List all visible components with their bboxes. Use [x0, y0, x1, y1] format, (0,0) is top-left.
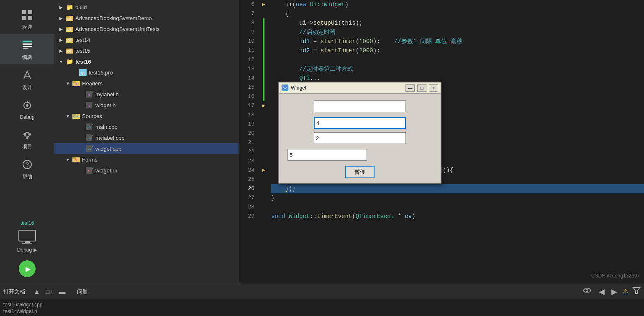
svg-rect-20 [19, 230, 36, 241]
dialog-input-top[interactable] [314, 100, 406, 112]
tree-item-forms[interactable]: ▼ ✎ Forms [54, 154, 238, 165]
minus-icon[interactable]: ▬ [57, 287, 67, 296]
next-button[interactable]: ▶ [610, 287, 619, 296]
svg-marker-41 [92, 91, 93, 92]
svg-text:Qt: Qt [67, 39, 71, 42]
qt-folder-icon-ads-tests: Qt [65, 25, 74, 33]
open-doc-label[interactable]: 打开文档 [3, 288, 25, 295]
up-icon[interactable]: ▲ [32, 287, 42, 296]
tree-item-headers[interactable]: ▼ h Headers [54, 78, 238, 89]
svg-rect-2 [22, 16, 26, 20]
cpp-file-icon-widget: C++ [85, 144, 94, 153]
tree-arrow-widget-h [78, 102, 85, 108]
design-icon [20, 68, 35, 83]
file-tree-panel: ▶ 📁 build ▶ Qt AdvancedDockingSystemDemo… [54, 0, 239, 283]
tree-item-build[interactable]: ▶ 📁 build [54, 2, 238, 13]
svg-marker-53 [92, 134, 93, 136]
sidebar-arrow-right[interactable]: ▶ [33, 247, 37, 253]
tree-label-test16-pro: test16.pro [89, 69, 113, 76]
bottom-bar-icons: ▲ □+ ▬ [32, 287, 67, 296]
svg-rect-0 [22, 10, 26, 14]
sidebar-item-label-project: 项目 [22, 143, 32, 150]
dialog-pause-button[interactable]: 暂停 [345, 166, 375, 178]
add-icon[interactable]: □+ [44, 288, 55, 296]
tree-item-sources[interactable]: ▼ C++ Sources [54, 110, 238, 121]
tree-label-forms: Forms [82, 157, 97, 163]
svg-text:W: W [283, 86, 287, 90]
svg-point-66 [584, 289, 587, 292]
tree-item-mylabel-cpp[interactable]: C++ mylabel.cpp [54, 132, 238, 143]
h-file-icon-widget: h [85, 101, 94, 109]
tree-item-test15[interactable]: ▶ Qt test15 [54, 45, 238, 56]
svg-text:Qt: Qt [81, 72, 85, 75]
svg-text:Qt: Qt [67, 49, 71, 53]
tree-label-mylabel-cpp: mylabel.cpp [95, 135, 124, 141]
svg-text:C++: C++ [86, 137, 91, 140]
svg-text:✎: ✎ [87, 170, 90, 172]
code-line-12 [271, 55, 644, 64]
dialog-titlebar: W Widget — □ × [279, 82, 441, 94]
tree-item-test16-pro[interactable]: Qt test16.pro [54, 67, 238, 78]
svg-rect-4 [23, 41, 32, 42]
ui-file-icon: ✎ [85, 166, 94, 175]
dialog-app-icon: W [282, 85, 288, 91]
tree-item-test14[interactable]: ▶ Qt test14 [54, 34, 238, 45]
tree-item-test16[interactable]: ▼ 📁 test16 [54, 56, 238, 67]
help-icon: ? [20, 157, 35, 172]
prev-button[interactable]: ◀ [597, 287, 606, 296]
tree-item-mylabel-h[interactable]: h mylabel.h [54, 89, 238, 100]
tree-label-ads-tests: AdvancedDockingSystemUnitTests [75, 26, 160, 32]
svg-point-11 [26, 104, 28, 107]
tab-file-2[interactable]: test14/widget.h [3, 308, 641, 314]
tree-arrow-ads-demo: ▶ [58, 15, 64, 21]
tree-item-widget-h[interactable]: h widget.h [54, 100, 238, 110]
dialog-maximize-button[interactable]: □ [417, 84, 426, 92]
edit-icon [20, 38, 35, 53]
tree-arrow-test14: ▶ [58, 36, 64, 43]
connect-icon[interactable] [580, 286, 594, 297]
dialog-input-3[interactable] [314, 132, 406, 144]
file-tree: ▶ 📁 build ▶ Qt AdvancedDockingSystemDemo… [54, 0, 238, 283]
code-line-28 [271, 203, 644, 212]
svg-text:Qt: Qt [67, 17, 71, 21]
svg-rect-3 [28, 16, 32, 20]
sidebar-item-welcome[interactable]: 欢迎 [0, 4, 54, 34]
sidebar-item-design[interactable]: 设计 [0, 64, 54, 95]
sidebar-item-edit[interactable]: 编辑 [0, 34, 54, 64]
sidebar-item-help[interactable]: ? 帮助 [0, 154, 54, 184]
filter-icon[interactable] [632, 287, 641, 296]
folder-icon-test16: 📁 [65, 57, 74, 66]
sidebar-item-debug[interactable]: Debug [0, 95, 54, 123]
tree-item-ads-demo[interactable]: ▶ Qt AdvancedDockingSystemDemo [54, 13, 238, 23]
debug-bottom-label: Debug [17, 247, 32, 253]
tree-arrow-ads-tests: ▶ [58, 26, 64, 32]
svg-text:h: h [88, 104, 90, 108]
svg-point-13 [23, 133, 26, 136]
sidebar-item-label-design: 设计 [22, 84, 32, 91]
tab-file-1[interactable]: test16/widget.cpp [3, 302, 641, 308]
dialog-body: 暂停 [279, 94, 441, 183]
sidebar-item-project[interactable]: 项目 [0, 123, 54, 154]
qt-folder-icon-test15: Qt [65, 46, 74, 55]
tree-arrow-mylabel-cpp [78, 134, 85, 141]
dialog-close-button[interactable]: × [429, 84, 438, 92]
tree-item-ads-tests[interactable]: ▶ Qt AdvancedDockingSystemUnitTests [54, 23, 238, 34]
dialog-input-2[interactable] [314, 117, 406, 129]
tree-label-build: build [75, 4, 87, 10]
dialog-input-4[interactable] [287, 149, 367, 161]
gutter: ▶ ▶ [259, 0, 268, 283]
sidebar-item-label-debug: Debug [20, 114, 34, 120]
code-line-27: } [271, 193, 644, 203]
sidebar-monitor[interactable] [18, 229, 36, 244]
tree-arrow-mylabel-h [78, 91, 85, 98]
tree-item-main-cpp[interactable]: C++ main.cpp [54, 121, 238, 132]
tree-arrow-widget-cpp [78, 145, 85, 152]
warning-icon: ⚠ [622, 287, 629, 296]
tree-arrow-widget-ui [78, 167, 85, 174]
tree-item-widget-cpp[interactable]: C++ widget.cpp [54, 143, 238, 154]
code-line-13: //定时器第二种方式 [271, 64, 644, 74]
pro-icon: Qt [79, 68, 87, 77]
play-button[interactable] [19, 260, 36, 277]
tree-item-widget-ui[interactable]: ✎ widget.ui [54, 165, 238, 176]
dialog-minimize-button[interactable]: — [405, 84, 415, 92]
